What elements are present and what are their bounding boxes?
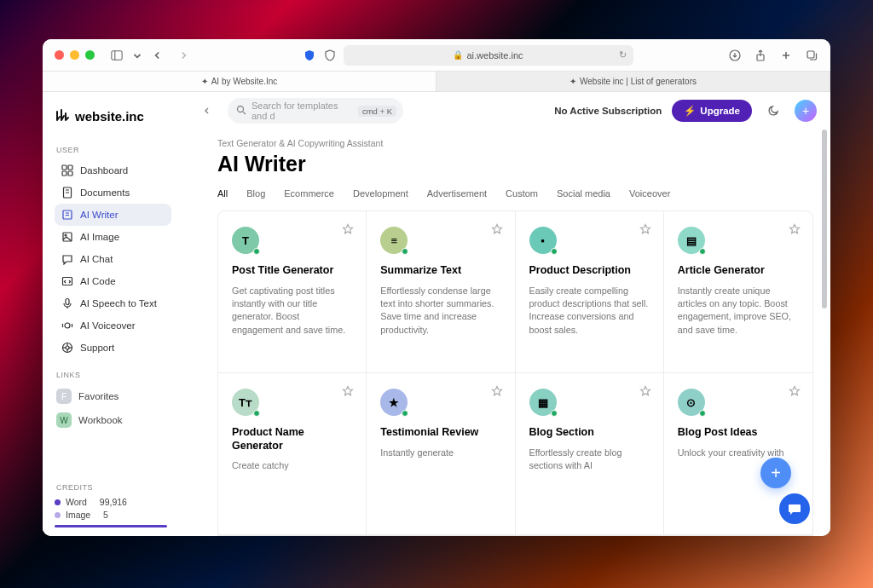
svg-marker-35 <box>790 225 800 233</box>
sidebar-toggle-icon[interactable] <box>110 49 124 62</box>
section-label-credits: CREDITS <box>56 483 171 492</box>
card-description: Effortlessly condense large text into sh… <box>380 285 500 337</box>
filter-advertisement[interactable]: Advertisement <box>427 188 487 199</box>
fab-add[interactable]: + <box>760 458 791 488</box>
dot-icon <box>55 499 61 505</box>
svg-marker-36 <box>344 387 353 395</box>
card-icon: ▪ <box>529 227 557 254</box>
download-icon[interactable] <box>728 49 742 62</box>
favorite-star-icon[interactable] <box>491 385 503 401</box>
svg-marker-38 <box>640 387 650 395</box>
favorite-star-icon[interactable] <box>789 223 801 239</box>
tab-label: AI by Website.Inc <box>211 77 278 86</box>
favorite-star-icon[interactable] <box>342 223 354 239</box>
svg-point-18 <box>65 234 66 236</box>
avatar[interactable]: + <box>795 100 817 122</box>
back-button[interactable] <box>197 101 217 121</box>
favorite-star-icon[interactable] <box>789 385 801 401</box>
generator-card[interactable]: ▦Blog SectionEffortlessly create blog se… <box>516 373 664 535</box>
privacy-shield-icon[interactable] <box>303 49 316 62</box>
sidebar-item-ai-speech-to-text[interactable]: AI Speech to Text <box>55 292 171 314</box>
tab-favicon: ✦ <box>201 77 208 86</box>
writer-icon <box>61 209 73 221</box>
filter-development[interactable]: Development <box>353 188 408 199</box>
favorite-star-icon[interactable] <box>639 223 651 239</box>
sidebar-item-ai-code[interactable]: AI Code <box>55 270 171 292</box>
sidebar-item-label: AI Speech to Text <box>80 298 157 308</box>
logo-text: website.inc <box>75 109 144 124</box>
url-bar[interactable]: 🔒 ai.website.inc ↻ <box>344 45 633 66</box>
svg-marker-39 <box>790 387 800 395</box>
shield-outline-icon[interactable] <box>323 49 337 62</box>
status-badge <box>551 410 558 417</box>
generator-card[interactable]: TᴛProduct Name GeneratorCreate catchy <box>218 373 367 535</box>
filter-custom[interactable]: Custom <box>506 188 538 199</box>
credit-label: Word <box>66 497 87 507</box>
filter-blog[interactable]: Blog <box>246 188 265 199</box>
svg-marker-32 <box>344 225 353 233</box>
sidebar-item-ai-chat[interactable]: AI Chat <box>55 248 171 270</box>
favorite-star-icon[interactable] <box>342 385 354 401</box>
logo[interactable]: website.inc <box>55 107 171 125</box>
card-description: Instantly create unique articles on any … <box>678 285 799 337</box>
forward-icon[interactable] <box>176 49 190 62</box>
sidebar-item-documents[interactable]: Documents <box>55 182 171 204</box>
sidebar-item-ai-voiceover[interactable]: AI Voiceover <box>55 314 171 337</box>
filter-all[interactable]: All <box>217 188 228 199</box>
search-kbd: cmd + K <box>358 106 396 117</box>
generator-card[interactable]: ≡Summarize TextEffortlessly condense lar… <box>367 211 515 373</box>
browser-tab[interactable]: ✦Website inc | List of generators <box>436 72 830 91</box>
svg-rect-0 <box>112 50 122 60</box>
svg-rect-20 <box>66 299 69 305</box>
filter-social-media[interactable]: Social media <box>557 188 610 199</box>
browser-tab[interactable]: ✦AI by Website.Inc <box>43 72 436 91</box>
reload-icon[interactable]: ↻ <box>619 49 627 61</box>
generator-card[interactable]: ★Testimonial ReviewInstantly generate <box>367 373 515 535</box>
sidebar-item-ai-writer[interactable]: AI Writer <box>55 204 171 226</box>
svg-rect-10 <box>68 171 72 176</box>
link-item-workbook[interactable]: WWorkbook <box>55 408 171 432</box>
generator-card[interactable]: ▤Article GeneratorInstantly create uniqu… <box>664 211 812 373</box>
new-tab-icon[interactable] <box>779 49 793 62</box>
code-icon <box>61 275 73 287</box>
share-icon[interactable] <box>754 49 767 62</box>
generator-card[interactable]: TPost Title GeneratorGet captivating pos… <box>218 211 367 373</box>
search-placeholder: Search for templates and d <box>251 101 353 121</box>
grid-icon <box>61 164 73 176</box>
sidebar-item-support[interactable]: Support <box>55 337 171 359</box>
breadcrumb: Text Generator & AI Copywriting Assistan… <box>217 138 813 148</box>
card-grid: TPost Title GeneratorGet captivating pos… <box>217 210 813 536</box>
search-input[interactable]: Search for templates and d cmd + K <box>228 98 403 124</box>
tabs-overview-icon[interactable] <box>805 49 818 62</box>
card-icon: ▦ <box>529 389 557 416</box>
maximize-window[interactable] <box>85 50 95 60</box>
upgrade-button[interactable]: ⚡ Upgrade <box>672 100 752 122</box>
chevron-down-icon[interactable] <box>130 49 144 62</box>
upgrade-label: Upgrade <box>700 106 740 116</box>
card-title: Product Description <box>529 264 650 278</box>
svg-point-22 <box>65 323 70 328</box>
status-badge <box>551 248 558 255</box>
tab-favicon: ✦ <box>569 77 576 86</box>
app-topbar: Search for templates and d cmd + K No Ac… <box>183 92 830 130</box>
generator-card[interactable]: ▪Product DescriptionEasily create compel… <box>516 211 664 373</box>
filter-tabs: AllBlogEcommerceDevelopmentAdvertisement… <box>217 188 813 199</box>
card-description: Instantly generate <box>380 447 500 459</box>
close-window[interactable] <box>55 50 64 60</box>
theme-toggle[interactable] <box>762 100 784 122</box>
chat-fab[interactable] <box>779 493 810 524</box>
credit-label: Image <box>66 510 90 520</box>
filter-ecommerce[interactable]: Ecommerce <box>284 188 334 199</box>
svg-point-30 <box>238 107 244 112</box>
favorite-star-icon[interactable] <box>491 223 503 239</box>
filter-voiceover[interactable]: Voiceover <box>629 188 670 199</box>
link-item-favorites[interactable]: FFavorites <box>55 384 171 408</box>
back-icon[interactable] <box>151 49 165 62</box>
scrollbar[interactable] <box>822 130 827 308</box>
minimize-window[interactable] <box>70 50 79 60</box>
sidebar-item-ai-image[interactable]: AI Image <box>55 226 171 248</box>
card-title: Summarize Text <box>380 264 500 278</box>
sidebar-item-dashboard[interactable]: Dashboard <box>55 159 171 182</box>
favorite-star-icon[interactable] <box>639 385 651 401</box>
card-description: Unlock your creativity with <box>678 447 799 459</box>
